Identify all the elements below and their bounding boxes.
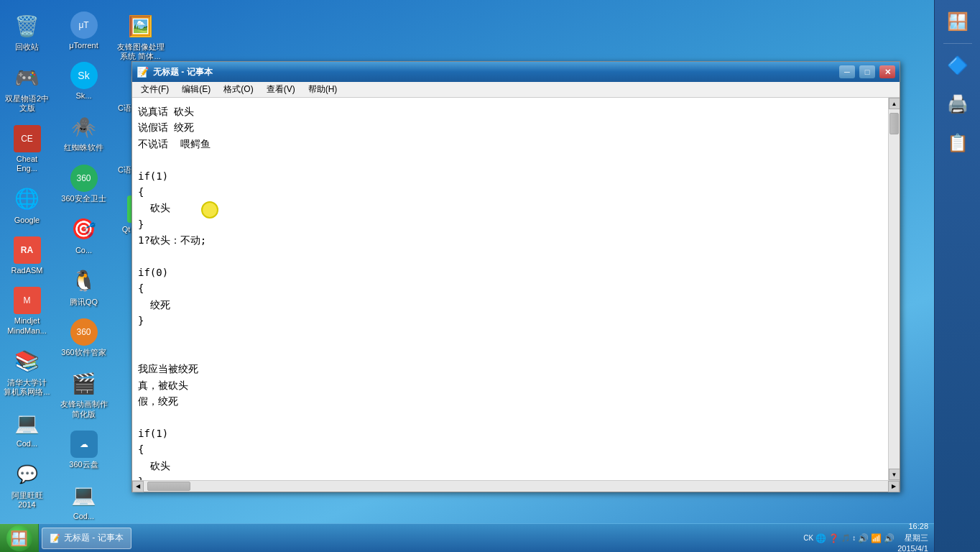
desktop-icon-recycle-bin[interactable]: 🗑️ 回收站 [0,7,54,56]
desktop: 🗑️ 回收站 🎮 双星物语2中文版 CE CheatEng... 🌐 Googl… [0,0,980,552]
tray-ck[interactable]: CK [803,534,813,542]
desktop-icon-code1[interactable]: 💻 Cod... [0,404,54,453]
sidebar-printer-icon[interactable]: 🖨️ [939,86,976,123]
menu-edit[interactable]: 编辑(E) [176,82,216,97]
desktop-icon-360cloud[interactable]: ☁ 360云盘 [57,426,111,474]
taskbar-notepad[interactable]: 📝 无标题 - 记事本 [42,528,131,549]
taskbar-items: 📝 无标题 - 记事本 [39,524,798,552]
scroll-thumb-horizontal[interactable] [147,482,190,491]
360cloud-label: 360云盘 [69,460,98,469]
scroll-down-button[interactable]: ▼ [889,469,900,480]
cheat-icon: CE [14,125,41,152]
windows-logo-icon: 🪟 [947,12,969,32]
chrome-label: Google [14,216,40,225]
desktop-icon-radasm[interactable]: RA RadASM [0,232,54,280]
clock-day: 星期三 [897,533,928,543]
code3-icon: 💻 [70,481,98,510]
scroll-up-button[interactable]: ▲ [889,98,900,109]
desktop-icon-imgprocess[interactable]: 🖼️ 友锋图像处理系统 简体... [114,7,167,65]
tray-arrows[interactable]: ↕ [852,534,856,542]
sidebar-vs-icon[interactable]: 🔷 [939,47,976,84]
360cloud-icon: ☁ [70,431,98,458]
tray-music[interactable]: 🎵 [841,534,850,542]
skype-label: Sk... [75,91,91,101]
desktop-icon-mindjet[interactable]: M MindjetMindMan... [0,282,54,339]
menu-file[interactable]: 文件(F) [135,82,175,97]
tray-vol[interactable]: 🔊 [858,533,869,543]
tray-icons: CK 🌐 ❓ 🎵 ↕ 🔊 📶 🔊 [803,533,895,543]
notepad-window: 📝 无标题 - 记事本 ─ □ ✕ 文件(F) 编辑(E) 格式(O) 查看(V… [131,61,900,492]
taskbar-clock: 16:28 星期三 2015/4/1 [897,521,928,552]
menu-view[interactable]: 查看(V) [261,82,301,97]
tray-network[interactable]: 🌐 [815,533,826,543]
tsinghua-label: 清华大学计算机系网络... [4,378,50,397]
tray-help[interactable]: ❓ [828,533,839,543]
tray-sound[interactable]: 🔊 [884,533,895,543]
clock-date: 2015/4/1 [897,543,928,552]
redspider-label: 红蜘蛛软件 [64,143,103,152]
desktop-icon-redspider[interactable]: 🕷️ 红蜘蛛软件 [57,108,111,157]
desktop-icon-alipay[interactable]: 💬 阿里旺旺2014 [0,456,54,514]
mindjet-label: MindjetMindMan... [7,316,46,335]
sidebar-windows-icon[interactable]: 🪟 [939,3,976,40]
code1-label: Cod... [17,439,37,448]
anim-label: 友锋动画制作简化版 [60,400,108,418]
qq-icon: 🐧 [70,267,98,295]
tray-wifi[interactable]: 📶 [871,533,882,543]
visual-studio-icon: 🔷 [947,55,969,75]
taskbar-tray: CK 🌐 ❓ 🎵 ↕ 🔊 📶 🔊 16:28 星期三 2015/4/1 [798,524,934,552]
redspider-icon: 🕷️ [70,112,98,141]
desktop-icon-game[interactable]: 🎮 双星物语2中文版 [0,59,54,117]
menu-help[interactable]: 帮助(H) [302,82,343,97]
recycle-bin-icon: 🗑️ [13,12,42,40]
tsinghua-icon: 📚 [13,347,42,376]
desktop-icon-cheat[interactable]: CE CheatEng... [0,121,54,178]
utorrent-label: μTorrent [69,41,98,50]
scroll-left-button[interactable]: ◀ [132,481,144,492]
desktop-icon-qq[interactable]: 🐧 腾讯QQ [57,262,111,311]
taskbar: 🪟 📝 无标题 - 记事本 CK 🌐 ❓ 🎵 ↕ 🔊 📶 🔊 16:28 [0,523,934,552]
desktop-icon-anim[interactable]: 🎬 友锋动画制作简化版 [57,364,111,423]
scroll-thumb-vertical[interactable] [889,113,899,134]
notepad-titlebar[interactable]: 📝 无标题 - 记事本 ─ □ ✕ [132,62,900,82]
printer-icon: 🖨️ [947,94,969,114]
360-icon: 360 [70,165,98,192]
code3-label: Cod... [73,512,94,521]
imgprocess-icon: 🖼️ [126,12,155,40]
360-label: 360安全卫士 [61,194,106,203]
scroll-track-vertical[interactable] [889,109,900,469]
desktop-icon-tsinghua[interactable]: 📚 清华大学计算机系网络... [0,343,54,401]
desktop-icon-utorrent[interactable]: μT μTorrent [57,7,111,55]
notepad-textarea[interactable]: 说真话 砍头 说假话 绞死 不说话 喂鳄鱼 if(1) { 砍头 } 1?砍头：… [132,98,888,480]
scrollbar-vertical[interactable]: ▲ ▼ [888,98,900,480]
radasm-icon: RA [14,236,41,264]
desktop-icon-skype[interactable]: Sk Sk... [57,58,111,105]
notepad-title: 无标题 - 记事本 [153,66,835,78]
mindjet-icon: M [14,287,41,314]
scrollbar-horizontal[interactable]: ◀ ▶ [132,480,900,492]
desktop-icon-360soft[interactable]: 360 360软件管家 [57,314,111,362]
desktop-icon-360[interactable]: 360 360安全卫士 [57,160,111,208]
right-sidebar: 🪟 🔷 🖨️ 📋 [934,0,980,552]
skype-icon: Sk [70,62,98,89]
clock-time: 16:28 [897,521,928,532]
start-button[interactable]: 🪟 [0,524,39,552]
desktop-icon-code2[interactable]: 🎯 Co... [57,211,111,259]
close-button[interactable]: ✕ [879,65,895,78]
360soft-label: 360软件管家 [61,348,106,357]
menu-format[interactable]: 格式(O) [218,82,259,97]
scroll-right-button[interactable]: ▶ [888,481,900,492]
desktop-icon-code3[interactable]: 💻 Cod... [57,477,111,525]
desktop-icon-chrome[interactable]: 🌐 Google [0,180,54,229]
sidebar-doc-icon[interactable]: 📋 [939,124,976,162]
360soft-icon: 360 [70,318,98,346]
start-orb: 🪟 [6,525,32,551]
scroll-track-horizontal[interactable] [144,481,888,492]
desktop-icons-area: 🗑️ 回收站 🎮 双星物语2中文版 CE CheatEng... 🌐 Googl… [0,0,115,552]
minimize-button[interactable]: ─ [839,65,855,78]
maximize-button[interactable]: □ [859,65,875,78]
code2-icon: 🎯 [70,215,98,244]
cheat-label: CheatEng... [17,155,37,173]
document-icon: 📋 [947,133,969,153]
code1-icon: 💻 [13,408,42,437]
